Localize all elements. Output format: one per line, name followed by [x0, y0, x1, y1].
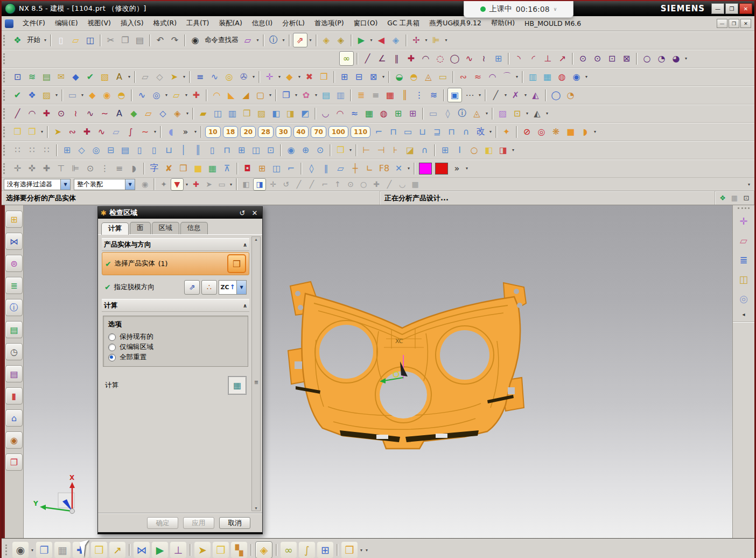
orange-grid-icon[interactable]: ⊞ — [255, 162, 269, 175]
clamp-b-icon[interactable]: ⊣ — [374, 143, 388, 157]
radio-button-icon[interactable] — [108, 354, 116, 361]
sk-point-icon[interactable]: ✚ — [404, 52, 418, 65]
panel-collapse-arrow[interactable]: ◂ — [742, 311, 745, 317]
command-finder-binoculars-icon[interactable]: ◉ — [188, 33, 202, 47]
dim-box-icon[interactable]: ⊡ — [510, 107, 524, 120]
clamp-a-icon[interactable]: ⊢ — [360, 143, 373, 157]
reposition-component-icon[interactable]: ✛ — [736, 213, 751, 228]
color-palette-icon[interactable]: ❋ — [549, 125, 563, 138]
yellow-folder-icon[interactable]: ❒ — [334, 143, 347, 157]
yellow-box-b-icon[interactable]: ❒ — [25, 125, 39, 138]
more-b-icon[interactable]: » — [450, 162, 464, 175]
menu-item[interactable]: 帮助(H) — [486, 17, 520, 30]
binoculars-gray-icon[interactable]: ◉ — [139, 179, 151, 190]
sk-studio-spline-icon[interactable]: ≀ — [477, 52, 491, 65]
plane-green-icon[interactable]: ◆ — [127, 107, 141, 120]
pocket-tool-icon[interactable]: ◔ — [564, 88, 577, 102]
size-button-10[interactable]: 10 — [205, 126, 221, 138]
dropdown-arrow-icon[interactable]: ▾ — [164, 93, 169, 97]
redo-icon[interactable]: ↷ — [168, 33, 181, 47]
menu-item[interactable]: 信息(I) — [247, 17, 277, 30]
scroll-grip-icon[interactable]: ≣ — [254, 379, 258, 385]
point-dialog-button[interactable]: ∴ — [201, 280, 217, 295]
dropdown-arrow-icon[interactable]: ▾ — [510, 148, 516, 152]
block-tool-icon[interactable]: ▭ — [436, 70, 450, 83]
menu-item[interactable]: 装配(A) — [214, 17, 247, 30]
chamfer-icon[interactable]: ◣ — [225, 88, 238, 102]
dropdown-arrow-icon[interactable]: ▾ — [127, 74, 132, 79]
locating-ring-icon[interactable]: ◉ — [284, 143, 298, 157]
class-timer-overlay[interactable]: 上课中 00:16:08 ∨ — [464, 1, 573, 18]
half-sheet-icon[interactable]: ◧ — [269, 107, 283, 120]
sketch-section-icon[interactable]: ▱ — [241, 33, 255, 47]
dropdown-arrow-icon[interactable]: ▾ — [251, 74, 256, 79]
dropdown-arrow-icon[interactable]: ▾ — [39, 129, 45, 134]
vee-block-icon[interactable]: ◇ — [75, 143, 88, 157]
nx-mini-icon[interactable]: ❖ — [717, 193, 728, 203]
tab-region[interactable]: 区域 — [152, 222, 179, 234]
f8-button-icon[interactable]: F8 — [377, 162, 391, 175]
pin-a-icon[interactable]: │ — [177, 143, 190, 157]
group-product-solid[interactable]: 产品实体与方向 ∧ — [102, 238, 249, 251]
show-hide-diamond-icon[interactable]: ◈ — [320, 33, 333, 47]
user-roles-icon[interactable]: ◉ — [5, 431, 23, 449]
dropdown-arrow-icon[interactable]: ▾ — [193, 129, 198, 134]
toolbar-grip[interactable] — [3, 108, 7, 119]
doc-restore-button[interactable]: ❐ — [729, 19, 739, 28]
dialog-scrollbar[interactable]: ▴ ≣ ▾ — [251, 236, 261, 511]
menu-item[interactable]: 格式(R) — [149, 17, 181, 30]
calculate-button[interactable]: ▦ — [228, 376, 246, 394]
sequence-icon[interactable]: ▶ — [152, 542, 168, 558]
toolbar-grip[interactable] — [3, 145, 7, 156]
snapshot-icon[interactable]: ▦ — [54, 542, 71, 558]
tri-tool-icon[interactable]: ◭ — [530, 107, 544, 120]
sheet-curve-icon[interactable]: ▱ — [109, 125, 123, 138]
mirror-feature-icon[interactable]: ▦ — [383, 88, 397, 102]
new-file-icon[interactable]: ▯ — [54, 33, 68, 47]
apply-button[interactable]: 应用 — [183, 517, 214, 529]
toolbar-grip[interactable] — [3, 35, 7, 46]
half-sphere-icon[interactable]: ◒ — [393, 70, 406, 83]
circle-tool-icon[interactable]: ○ — [467, 143, 481, 157]
flash-tool-icon[interactable]: ✦ — [500, 125, 513, 138]
dropdown-arrow-icon[interactable]: ▾ — [523, 93, 528, 97]
menu-item[interactable]: HB_MOULD M6.6 — [520, 18, 586, 29]
dropdown-arrow-icon[interactable]: ▾ — [503, 93, 508, 97]
dropdown-arrow-icon[interactable]: ▾ — [293, 93, 299, 97]
size-button-18[interactable]: 18 — [223, 126, 239, 138]
red-curve-icon[interactable]: ∼ — [138, 125, 152, 138]
half-moon-icon[interactable]: ◗ — [127, 162, 141, 175]
dropdown-arrow-icon[interactable]: ▾ — [592, 129, 598, 134]
quad-purple-icon[interactable]: ⊞ — [406, 107, 419, 120]
constraint-navigator-icon[interactable]: ⋈ — [5, 233, 23, 250]
radio-option[interactable]: 仅编辑区域 — [108, 342, 243, 352]
sheet-grid-icon[interactable]: ▥ — [226, 107, 239, 120]
freeform-icon[interactable]: ✿ — [299, 88, 313, 102]
red-swatch-icon[interactable] — [435, 163, 448, 175]
checker-pattern-icon[interactable]: ▚ — [231, 542, 247, 558]
modify-button-icon[interactable]: 改 — [474, 125, 487, 138]
menu-item[interactable]: 窗口(O) — [349, 17, 383, 30]
plane-blue-icon[interactable]: ◇ — [156, 107, 170, 120]
axis-corner-icon[interactable]: ∟ — [363, 162, 376, 175]
frame-a-icon[interactable]: ⊞ — [60, 143, 74, 157]
menu-item[interactable]: 燕秀UG模具9.12 — [424, 17, 486, 30]
radio-button-icon[interactable] — [108, 333, 116, 341]
tee-tool-icon[interactable]: ⊤ — [54, 162, 68, 175]
dropdown-arrow-icon[interactable]: ▾ — [297, 74, 302, 79]
snap-angle-icon[interactable]: ▼ — [171, 178, 184, 191]
yellow-box-a-icon[interactable]: ❒ — [11, 125, 24, 138]
dialog-titlebar[interactable]: ✱ 检查区域 ↺ ✕ — [98, 207, 262, 219]
size-button-28[interactable]: 28 — [258, 126, 274, 138]
menu-item[interactable]: 首选项(P) — [310, 17, 349, 30]
play-backward-icon[interactable]: ◀ — [375, 33, 388, 47]
spray-tool-icon[interactable]: ∫ — [299, 542, 315, 558]
nx-start-logo-icon[interactable]: ❖ — [11, 33, 24, 47]
dropdown-arrow-icon[interactable]: ▾ — [424, 38, 429, 43]
resize-face-icon[interactable]: ❒ — [317, 70, 331, 83]
copy-icon[interactable]: ❐ — [118, 33, 132, 47]
intersect-curve-icon[interactable]: ⌒ — [500, 70, 514, 83]
find-component-icon[interactable]: ◉ — [12, 542, 29, 558]
shaded-display-icon[interactable]: ▣ — [447, 88, 462, 102]
csys-tool-icon[interactable]: ◈ — [171, 107, 184, 120]
